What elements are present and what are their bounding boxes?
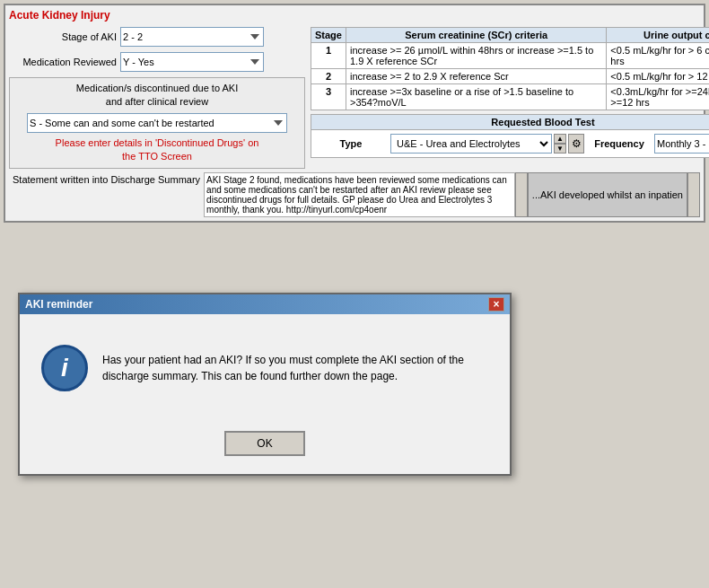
discontinued-line1: Medication/s discontinued due to AKI xyxy=(15,82,299,95)
spinner-up[interactable]: ▲ xyxy=(554,134,566,144)
dialog-body: i Has your patient had an AKI? If so you… xyxy=(20,314,510,422)
info-icon: i xyxy=(41,345,88,391)
scrollbar-2[interactable] xyxy=(687,172,700,217)
statement-textarea[interactable]: AKI Stage 2 found, medications have been… xyxy=(204,172,515,217)
gear-button[interactable]: ⚙ xyxy=(568,134,584,154)
scrollbar[interactable] xyxy=(515,172,528,217)
urine-3: <0.3mL/kg/hr for >=24h or anuria for >=1… xyxy=(607,84,709,110)
dialog-message: Has your patient had an AKI? If so you m… xyxy=(102,352,488,384)
urine-2: <0.5 mL/kg/hr for > 12 hrs xyxy=(607,69,709,84)
ok-button[interactable]: OK xyxy=(224,431,305,456)
dialog-backdrop: AKI reminder × i Has your patient had an… xyxy=(0,232,709,537)
urine-1: <0.5 mL/kg/hr for > 6 consecutive hrs xyxy=(607,43,709,69)
dialog-footer: OK xyxy=(20,422,510,465)
spinner[interactable]: ▲ ▼ xyxy=(554,134,566,154)
panel-title: Acute Kidney Injury xyxy=(9,9,700,22)
discontinued-select[interactable]: S - Some can and some can't be restarted… xyxy=(27,113,287,133)
aki-reminder-dialog: AKI reminder × i Has your patient had an… xyxy=(18,293,512,476)
medication-row: Medication Reviewed Y - Yes N - No xyxy=(9,52,305,72)
table-row: 2 increase >= 2 to 2.9 X reference Scr <… xyxy=(311,69,710,84)
freq-select[interactable]: Monthly 3 - 3 Weekly 1 - 1 Daily xyxy=(654,134,709,154)
left-section: Stage of AKI 2 - 2 1 - 1 3 - 3 Medicatio… xyxy=(9,27,305,169)
type-wrap: U&E - Urea and Electrolytes FBC LFTs ▲ ▼… xyxy=(390,134,584,154)
statement-section: Statement written into Discharge Summary… xyxy=(9,172,700,217)
aki-criteria-table: Stage Serum creatinine (SCr) criteria Ur… xyxy=(311,27,709,110)
medication-label: Medication Reviewed xyxy=(9,57,117,67)
col-urine: Urine output criteria xyxy=(607,28,709,43)
table-row: 3 increase >=3x baseline or a rise of >1… xyxy=(311,84,710,110)
aki-inpatient-button[interactable]: ...AKI developed whilst an inpatien xyxy=(528,172,687,217)
scr-3: increase >=3x baseline or a rise of >1.5… xyxy=(346,84,606,110)
stage-row: Stage of AKI 2 - 2 1 - 1 3 - 3 xyxy=(9,27,305,47)
col-stage: Stage xyxy=(311,28,346,43)
warning-line2: the TTO Screen xyxy=(15,150,299,163)
stage-3: 3 xyxy=(311,84,346,110)
scr-2: increase >= 2 to 2.9 X reference Scr xyxy=(346,69,606,84)
freq-label: Frequency xyxy=(588,138,651,149)
stage-label: Stage of AKI xyxy=(9,31,117,42)
medication-select[interactable]: Y - Yes N - No xyxy=(120,52,264,72)
blood-test-row: Type U&E - Urea and Electrolytes FBC LFT… xyxy=(311,130,709,157)
spinner-down[interactable]: ▼ xyxy=(554,144,566,154)
stage-2: 2 xyxy=(311,69,346,84)
warning-line1: Please enter details in 'Discontinued Dr… xyxy=(15,136,299,150)
aki-panel: Acute Kidney Injury Stage of AKI 2 - 2 1… xyxy=(4,4,705,223)
statement-label: Statement written into Discharge Summary xyxy=(9,172,204,217)
blood-type-select[interactable]: U&E - Urea and Electrolytes FBC LFTs xyxy=(390,134,552,154)
discontinued-box: Medication/s discontinued due to AKI and… xyxy=(9,77,305,169)
blood-test-header: Requested Blood Test xyxy=(311,115,709,130)
stage-select[interactable]: 2 - 2 1 - 1 3 - 3 xyxy=(120,27,264,47)
dialog-close-button[interactable]: × xyxy=(488,297,504,312)
col-scr: Serum creatinine (SCr) criteria xyxy=(346,28,606,43)
dialog-title: AKI reminder xyxy=(25,298,92,311)
stage-1: 1 xyxy=(311,43,346,69)
type-label: Type xyxy=(315,138,387,149)
scr-1: increase >= 26 µmol/L within 48hrs or in… xyxy=(346,43,606,69)
right-section: Stage Serum creatinine (SCr) criteria Ur… xyxy=(311,27,709,169)
dialog-titlebar: AKI reminder × xyxy=(20,294,510,314)
table-row: 1 increase >= 26 µmol/L within 48hrs or … xyxy=(311,43,710,69)
discontinued-line2: and after clinical review xyxy=(15,95,299,109)
blood-test-section: Requested Blood Test Type U&E - Urea and… xyxy=(311,114,709,158)
